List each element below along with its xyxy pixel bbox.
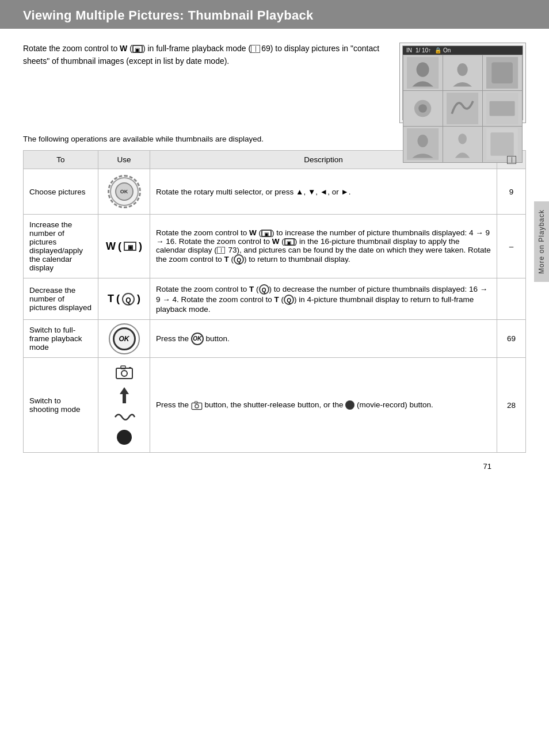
svg-point-24 [195, 404, 199, 408]
row-ref-shooting: 28 [497, 358, 526, 453]
svg-rect-18 [116, 368, 132, 379]
row-to-shooting: Switch to shooting mode [24, 358, 98, 453]
svg-marker-22 [120, 387, 129, 403]
camera-button-icon [115, 364, 134, 381]
thumbnail-7 [405, 128, 440, 160]
operations-table: To Use Description Choose pictures OK [23, 150, 526, 453]
page-header: Viewing Multiple Pictures: Thumbnail Pla… [0, 0, 549, 29]
movie-record-dot-icon [117, 430, 132, 446]
camera-preview: IN 1/ 10↑ 🔒 On [399, 43, 526, 123]
intro-section: Rotate the zoom control to W (▣) in full… [23, 43, 526, 123]
row-desc-increase: Rotate the zoom control to W (▣) to incr… [150, 215, 497, 278]
cam-cell-9 [483, 127, 522, 162]
page-container: Viewing Multiple Pictures: Thumbnail Pla… [0, 0, 549, 494]
svg-point-15 [459, 134, 467, 144]
open-paren: ( [118, 240, 121, 253]
intro-text: Rotate the zoom control to W (▣) in full… [23, 43, 386, 67]
svg-point-19 [121, 371, 127, 376]
cam-cell-2 [443, 55, 482, 90]
svg-point-13 [418, 135, 428, 147]
svg-rect-5 [492, 62, 513, 83]
row-use-shooting-icons [98, 358, 150, 453]
close-paren: ) [139, 240, 142, 253]
thumbnail-2 [445, 57, 480, 89]
thumbnail-3 [485, 57, 520, 89]
svg-rect-25 [195, 402, 197, 403]
cam-top-bar: IN 1/ 10↑ 🔒 On [403, 46, 523, 55]
ok-button-icon: OK [113, 327, 136, 350]
cam-cell-5 [443, 91, 482, 126]
intro-w-icon: ▣ [132, 45, 143, 53]
row-desc-decrease: Rotate the zoom control to T (Q) to decr… [150, 278, 497, 320]
svg-point-1 [417, 62, 429, 77]
svg-point-3 [458, 63, 468, 76]
cam-cell-8 [443, 127, 482, 162]
thumbnail-1 [405, 57, 440, 89]
row-use-rotary: OK [98, 169, 150, 215]
cam-cell-1 [403, 55, 443, 90]
row-to-choose-pictures: Choose pictures [24, 169, 98, 215]
thumbnail-6 [485, 93, 520, 124]
cam-grid [403, 55, 523, 163]
page-number: 71 [23, 462, 526, 471]
intro-after-icon: ) in full-frame playback mode ( [143, 44, 251, 53]
row-ref-increase: – [497, 215, 526, 278]
svg-rect-11 [490, 101, 515, 116]
row-ref-fullframe: 69 [497, 320, 526, 358]
cam-cell-6 [483, 91, 522, 126]
svg-rect-23 [192, 403, 202, 410]
row-desc-choose-pictures: Rotate the rotary multi selector, or pre… [150, 169, 497, 215]
intro-book-icon [251, 44, 261, 53]
th-use: Use [98, 151, 150, 169]
svg-rect-17 [491, 133, 514, 156]
intro-after-w: ( [127, 44, 132, 53]
row-use-t-zoom: T ( Q ) [98, 278, 150, 320]
cam-cell-3 [483, 55, 522, 90]
svg-rect-21 [129, 367, 131, 369]
svg-rect-20 [121, 366, 125, 369]
page-title: Viewing Multiple Pictures: Thumbnail Pla… [23, 8, 526, 23]
row-use-ok-button: OK [98, 320, 150, 358]
t-zoom-q-icon: Q [122, 293, 135, 306]
cam-cell-4 [403, 91, 443, 126]
sidebar-label: More on Playback [534, 201, 549, 282]
w-zoom-box-icon: ▣ [124, 242, 136, 251]
row-ref-decrease [497, 278, 526, 320]
row-use-w-zoom: W ( ▣ ) [98, 215, 150, 278]
intro-text-before-w: Rotate the zoom control to [23, 44, 120, 53]
shutter-release-icon [116, 386, 132, 406]
table-row: Switch to full-frame playback mode OK Pr… [24, 320, 526, 358]
row-ref-choose-pictures: 9 [497, 169, 526, 215]
row-to-decrease: Decrease the number of pictures displaye… [24, 278, 98, 320]
th-to: To [24, 151, 98, 169]
t-label: T [108, 293, 114, 305]
table-row: Switch to shooting mode [24, 358, 526, 453]
row-desc-fullframe: Press the OK button. [150, 320, 497, 358]
w-label: W [106, 240, 116, 253]
row-to-increase: Increase the number of pictures displaye… [24, 215, 98, 278]
table-row: Choose pictures OK Rotate the rotary mul… [24, 169, 526, 215]
table-row: Increase the number of pictures displaye… [24, 215, 526, 278]
thumbnail-4 [405, 93, 440, 124]
row-to-fullframe: Switch to full-frame playback mode [24, 320, 98, 358]
open-paren-t: ( [116, 293, 120, 305]
thumbnail-5 [445, 93, 480, 124]
camera-preview-inner: IN 1/ 10↑ 🔒 On [402, 45, 523, 120]
thumbnail-9 [485, 128, 520, 160]
intro-page-ref: 69 [261, 44, 270, 53]
close-paren-t: ) [137, 293, 140, 305]
intro-w-bold: W [120, 44, 127, 53]
svg-point-8 [419, 104, 428, 113]
table-row: Decrease the number of pictures displaye… [24, 278, 526, 320]
thumbnail-8 [445, 128, 480, 160]
movie-record-squiggle-icon [113, 411, 136, 425]
rotary-selector-icon: OK [108, 175, 141, 208]
row-desc-shooting: Press the button, the shutter-release bu… [150, 358, 497, 453]
cam-cell-7 [403, 127, 443, 162]
book-icon-header [507, 156, 516, 164]
svg-rect-9 [447, 93, 478, 124]
